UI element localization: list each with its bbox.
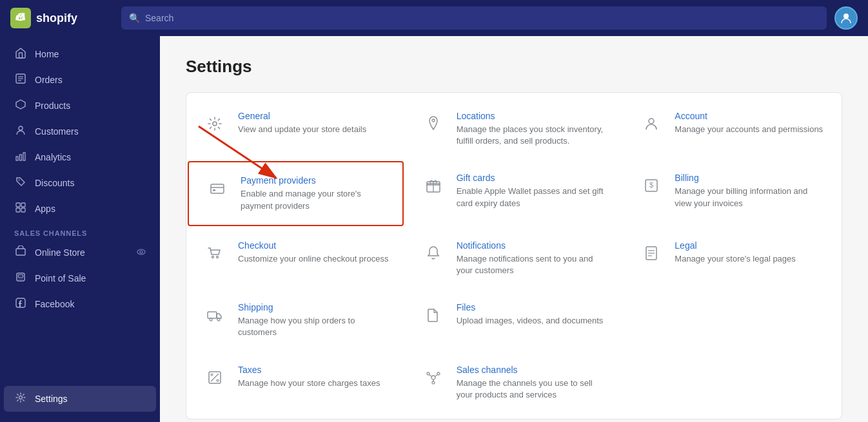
notifications-icon bbox=[420, 240, 446, 266]
billing-icon: $ bbox=[638, 173, 664, 198]
settings-item-locations[interactable]: Locations Manage the places you stock in… bbox=[405, 98, 624, 160]
sidebar-item-orders[interactable]: Orders bbox=[4, 67, 156, 93]
svg-rect-32 bbox=[213, 189, 215, 191]
sidebar-item-home[interactable]: Home bbox=[4, 41, 156, 67]
customers-icon bbox=[14, 124, 27, 139]
shipping-desc: Manage how you ship orders to customers bbox=[238, 315, 390, 338]
settings-item-account[interactable]: Account Manage your accounts and permiss… bbox=[623, 98, 842, 160]
main-layout: Home Orders Products Customers bbox=[0, 36, 868, 422]
svg-rect-20 bbox=[19, 275, 23, 278]
products-icon bbox=[14, 99, 27, 113]
account-desc: Manage your accounts and permissions bbox=[675, 124, 826, 135]
checkout-desc: Customize your online checkout process bbox=[238, 253, 390, 265]
checkout-icon bbox=[202, 240, 228, 266]
svg-rect-1 bbox=[19, 53, 23, 58]
svg-rect-14 bbox=[16, 208, 20, 212]
sidebar-item-apps-label: Apps bbox=[35, 204, 55, 214]
settings-card: General View and update your store detai… bbox=[186, 92, 842, 419]
svg-point-0 bbox=[843, 14, 849, 19]
svg-line-47 bbox=[211, 374, 219, 381]
gift-cards-title: Gift cards bbox=[457, 173, 608, 183]
account-title: Account bbox=[675, 111, 826, 121]
sales-channels-section-label: SALES CHANNELS bbox=[0, 222, 160, 240]
taxes-title: Taxes bbox=[238, 365, 390, 375]
settings-item-general[interactable]: General View and update your store detai… bbox=[186, 98, 405, 160]
settings-item-sales-channels[interactable]: Sales channels Manage the channels you u… bbox=[405, 352, 624, 414]
online-store-icon bbox=[14, 245, 27, 260]
svg-line-55 bbox=[435, 374, 437, 376]
svg-rect-16 bbox=[16, 249, 25, 255]
svg-point-49 bbox=[217, 379, 219, 381]
checkout-title: Checkout bbox=[238, 240, 390, 251]
svg-point-7 bbox=[19, 126, 23, 130]
locations-title: Locations bbox=[457, 111, 608, 121]
settings-item-taxes[interactable]: Taxes Manage how your store charges taxe… bbox=[186, 352, 405, 414]
sidebar-item-settings[interactable]: Settings bbox=[4, 386, 156, 412]
sales-channels-icon bbox=[420, 365, 446, 390]
settings-item-legal[interactable]: Legal Manage your store's legal pages bbox=[623, 227, 842, 289]
svg-point-37 bbox=[212, 256, 214, 258]
svg-point-25 bbox=[19, 396, 23, 399]
svg-rect-43 bbox=[208, 312, 217, 318]
settings-item-payment-providers[interactable]: Payment providers Enable and manage your… bbox=[188, 161, 404, 225]
svg-point-44 bbox=[210, 318, 212, 321]
sidebar-item-products[interactable]: Products bbox=[4, 93, 156, 119]
settings-item-notifications[interactable]: Notifications Manage notifications sent … bbox=[405, 227, 624, 289]
svg-point-38 bbox=[217, 256, 219, 258]
user-avatar[interactable] bbox=[834, 6, 858, 30]
svg-point-51 bbox=[427, 372, 429, 375]
svg-point-45 bbox=[217, 318, 220, 321]
analytics-icon bbox=[14, 150, 27, 164]
facebook-icon bbox=[14, 297, 27, 311]
svg-rect-15 bbox=[21, 208, 25, 212]
sidebar-item-facebook[interactable]: Facebook bbox=[4, 291, 156, 317]
settings-item-files[interactable]: Files Upload images, videos, and documen… bbox=[405, 289, 624, 351]
sidebar-item-point-of-sale[interactable]: Point of Sale bbox=[4, 265, 156, 291]
settings-icon bbox=[14, 392, 27, 406]
svg-text:$: $ bbox=[649, 181, 653, 189]
sidebar-item-customers-label: Customers bbox=[35, 126, 79, 137]
settings-item-empty bbox=[623, 289, 842, 351]
settings-item-shipping[interactable]: Shipping Manage how you ship orders to c… bbox=[186, 289, 405, 351]
svg-rect-12 bbox=[16, 203, 20, 207]
main-content: Settings General View and update bbox=[160, 36, 868, 422]
svg-point-21 bbox=[19, 278, 19, 279]
svg-marker-6 bbox=[16, 100, 25, 109]
sidebar-item-apps[interactable]: Apps bbox=[4, 196, 156, 222]
page-title: Settings bbox=[186, 57, 842, 77]
svg-point-50 bbox=[431, 376, 435, 379]
svg-rect-8 bbox=[16, 157, 18, 160]
svg-point-18 bbox=[140, 251, 143, 253]
settings-item-gift-cards[interactable]: Gift cards Enable Apple Wallet passes an… bbox=[405, 160, 624, 227]
sidebar-item-customers[interactable]: Customers bbox=[4, 119, 156, 144]
sidebar-item-online-store[interactable]: Online Store bbox=[4, 240, 156, 265]
apps-icon bbox=[14, 202, 27, 216]
payment-providers-title: Payment providers bbox=[241, 175, 387, 186]
home-icon bbox=[14, 47, 27, 61]
search-bar[interactable]: 🔍 bbox=[121, 6, 827, 30]
settings-item-checkout[interactable]: Checkout Customize your online checkout … bbox=[186, 227, 405, 289]
eye-icon[interactable] bbox=[137, 247, 146, 258]
sidebar-item-online-store-label: Online Store bbox=[35, 247, 85, 258]
files-title: Files bbox=[457, 302, 608, 312]
sidebar-main-nav: Home Orders Products Customers bbox=[0, 41, 160, 222]
discounts-icon bbox=[14, 176, 27, 190]
taxes-icon bbox=[202, 365, 228, 390]
svg-line-54 bbox=[429, 374, 431, 376]
sales-channels-title: Sales channels bbox=[457, 365, 608, 375]
svg-rect-9 bbox=[20, 155, 22, 160]
legal-title: Legal bbox=[675, 240, 826, 251]
settings-grid: General View and update your store detai… bbox=[186, 98, 842, 414]
sidebar-item-orders-label: Orders bbox=[35, 75, 63, 85]
search-icon: 🔍 bbox=[129, 13, 140, 23]
svg-point-52 bbox=[437, 372, 440, 375]
account-icon bbox=[638, 111, 664, 137]
sidebar-item-discounts[interactable]: Discounts bbox=[4, 170, 156, 196]
svg-rect-30 bbox=[211, 184, 224, 193]
settings-item-billing[interactable]: $ Billing Manage your billing informatio… bbox=[623, 160, 842, 227]
shipping-title: Shipping bbox=[238, 302, 390, 312]
sidebar-item-analytics[interactable]: Analytics bbox=[4, 144, 156, 170]
search-input[interactable] bbox=[145, 13, 819, 23]
sales-channels-desc: Manage the channels you use to sell your… bbox=[457, 378, 608, 401]
logo-text: shopify bbox=[36, 12, 77, 25]
